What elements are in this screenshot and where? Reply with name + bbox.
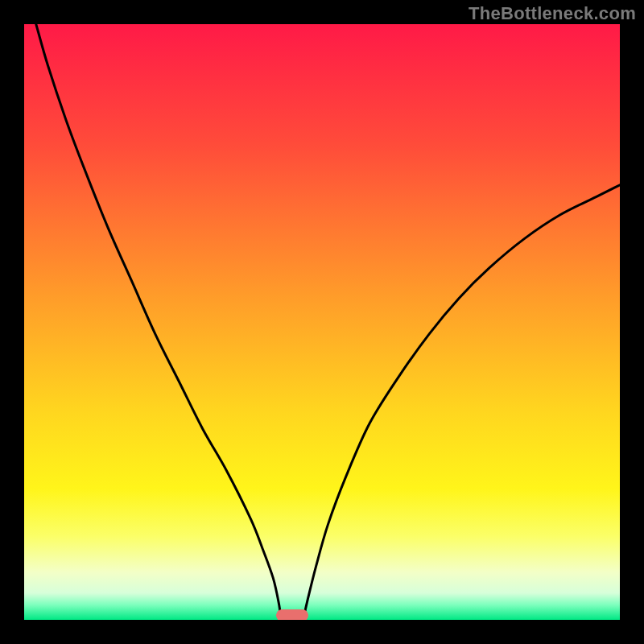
plot-area	[24, 24, 620, 620]
right-curve	[24, 24, 620, 620]
watermark-text: TheBottleneck.com	[469, 3, 636, 24]
chart-frame: TheBottleneck.com	[0, 0, 644, 644]
min-marker	[276, 609, 309, 620]
